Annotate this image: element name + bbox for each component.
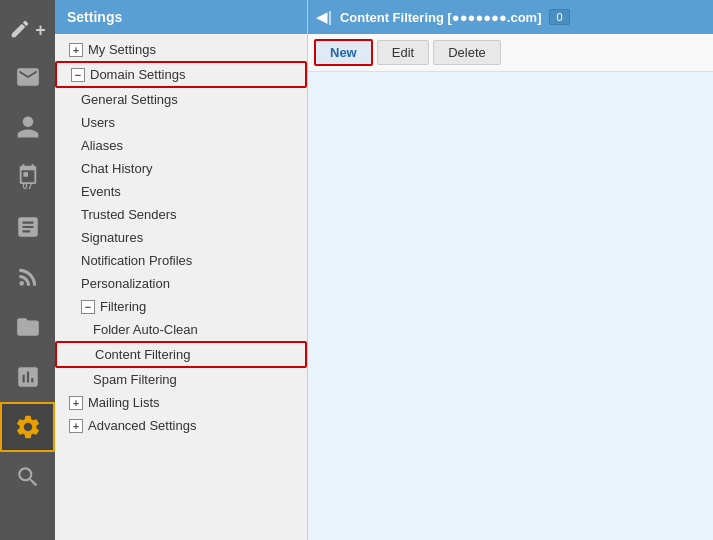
users-label: Users [81, 115, 115, 130]
icon-bar: + 07 [0, 0, 55, 540]
settings-panel: Settings + My Settings − Domain Settings… [55, 0, 308, 540]
main-content: ◀| Content Filtering [●●●●●●●.com] 0 New… [308, 0, 713, 540]
expand-my-settings-icon[interactable]: + [69, 43, 83, 57]
aliases-label: Aliases [81, 138, 123, 153]
sidebar-item-settings[interactable] [0, 402, 55, 452]
calendar-date: 07 [22, 181, 32, 191]
content-header: ◀| Content Filtering [●●●●●●●.com] 0 [308, 0, 713, 34]
advanced-settings-label: Advanced Settings [88, 418, 196, 433]
menu-chat-history[interactable]: Chat History [55, 157, 307, 180]
menu-general-settings[interactable]: General Settings [55, 88, 307, 111]
menu-spam-filtering[interactable]: Spam Filtering [55, 368, 307, 391]
filtering-label: Filtering [100, 299, 146, 314]
toolbar: New Edit Delete [308, 34, 713, 72]
spam-filtering-label: Spam Filtering [93, 372, 177, 387]
top-actions: + [0, 8, 55, 52]
expand-mailing-lists-icon[interactable]: + [69, 396, 83, 410]
menu-folder-auto-clean[interactable]: Folder Auto-Clean [55, 318, 307, 341]
menu-domain-settings[interactable]: − Domain Settings [55, 61, 307, 88]
general-settings-label: General Settings [81, 92, 178, 107]
menu-personalization[interactable]: Personalization [55, 272, 307, 295]
sidebar-item-folders[interactable] [0, 302, 55, 352]
menu-events[interactable]: Events [55, 180, 307, 203]
expand-filtering-icon[interactable]: − [81, 300, 95, 314]
compose-icon[interactable] [9, 18, 31, 43]
sidebar-item-mail[interactable] [0, 52, 55, 102]
sidebar-item-stats[interactable] [0, 352, 55, 402]
notification-profiles-label: Notification Profiles [81, 253, 192, 268]
events-label: Events [81, 184, 121, 199]
content-title: Content Filtering [●●●●●●●.com] [340, 10, 542, 25]
menu-users[interactable]: Users [55, 111, 307, 134]
folder-auto-clean-label: Folder Auto-Clean [93, 322, 198, 337]
menu-my-settings[interactable]: + My Settings [55, 38, 307, 61]
sidebar-item-contacts[interactable] [0, 102, 55, 152]
sidebar-item-rss[interactable] [0, 252, 55, 302]
content-body [308, 72, 713, 540]
menu-notification-profiles[interactable]: Notification Profiles [55, 249, 307, 272]
mailing-lists-label: Mailing Lists [88, 395, 160, 410]
content-filtering-label: Content Filtering [95, 347, 190, 362]
menu-aliases[interactable]: Aliases [55, 134, 307, 157]
domain-settings-label: Domain Settings [90, 67, 185, 82]
menu-content-filtering[interactable]: Content Filtering [55, 341, 307, 368]
content-badge: 0 [549, 9, 569, 25]
signatures-label: Signatures [81, 230, 143, 245]
sidebar-item-notes[interactable] [0, 202, 55, 252]
menu-mailing-lists[interactable]: + Mailing Lists [55, 391, 307, 414]
plus-icon[interactable]: + [35, 20, 46, 41]
menu-trusted-senders[interactable]: Trusted Senders [55, 203, 307, 226]
expand-advanced-settings-icon[interactable]: + [69, 419, 83, 433]
trusted-senders-label: Trusted Senders [81, 207, 177, 222]
settings-header: Settings [55, 0, 307, 34]
menu-filtering[interactable]: − Filtering [55, 295, 307, 318]
new-button[interactable]: New [314, 39, 373, 66]
delete-button[interactable]: Delete [433, 40, 501, 65]
menu-advanced-settings[interactable]: + Advanced Settings [55, 414, 307, 437]
expand-domain-settings-icon[interactable]: − [71, 68, 85, 82]
chat-history-label: Chat History [81, 161, 153, 176]
my-settings-label: My Settings [88, 42, 156, 57]
header-pin-icon: ◀| [316, 8, 332, 26]
settings-title: Settings [67, 9, 122, 25]
personalization-label: Personalization [81, 276, 170, 291]
sidebar-item-search[interactable] [0, 452, 55, 502]
settings-body: + My Settings − Domain Settings General … [55, 34, 307, 540]
edit-button[interactable]: Edit [377, 40, 429, 65]
menu-signatures[interactable]: Signatures [55, 226, 307, 249]
sidebar-item-calendar[interactable]: 07 [0, 152, 55, 202]
